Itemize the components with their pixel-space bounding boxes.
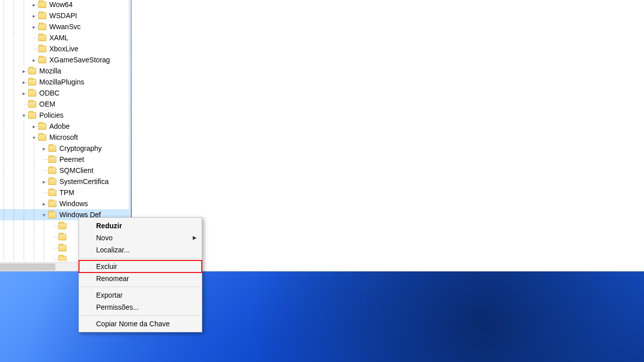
tree-item[interactable]: ▸OEM	[0, 99, 130, 110]
tree-item[interactable]: ▸TPM	[0, 187, 130, 198]
context-menu: Reduzir Novo▶ Localizar... Excluir Renom…	[78, 217, 202, 332]
tree-item-label: Adobe	[48, 122, 70, 130]
tree-item[interactable]: ▸WSDAPI	[0, 10, 130, 21]
tree-item-label: WwanSvc	[48, 23, 82, 31]
folder-icon	[58, 245, 66, 251]
tree-item-label: XGameSaveStorag	[48, 56, 111, 64]
tree-item[interactable]: ▸Mozilla	[0, 65, 130, 76]
folder-icon	[28, 112, 36, 119]
menu-label: Reduzir	[96, 222, 122, 230]
tree-item[interactable]: ▸XAML	[0, 32, 130, 43]
regedit-values-pane[interactable]	[132, 0, 644, 272]
tree-item-label: Microsoft	[48, 133, 79, 141]
tree-item[interactable]: ▸WwanSvc	[0, 21, 130, 32]
submenu-arrow-icon: ▶	[193, 232, 197, 244]
menu-label: Localizar...	[96, 246, 130, 254]
folder-icon	[48, 212, 56, 218]
tree-item[interactable]: ▸Wow64	[0, 0, 130, 10]
folder-icon	[48, 201, 56, 207]
tree-item[interactable]: ▸XboxLive	[0, 43, 130, 54]
folder-icon	[48, 178, 56, 185]
folder-icon	[28, 101, 36, 108]
folder-icon	[38, 123, 46, 130]
tree-item-label: Cryptography	[58, 144, 103, 152]
folder-icon	[28, 79, 36, 85]
folder-icon	[28, 68, 36, 74]
folder-icon	[48, 156, 56, 163]
folder-icon	[58, 256, 66, 261]
menu-item-export[interactable]: Exportar	[79, 289, 202, 301]
menu-label: Renomear	[96, 275, 129, 283]
tree-item-label: OEM	[38, 100, 56, 108]
tree-item[interactable]: ▾Policies	[0, 110, 130, 121]
tree-item-label: MozillaPlugins	[38, 78, 85, 86]
menu-item-delete[interactable]: Excluir	[79, 260, 202, 273]
menu-separator	[80, 287, 201, 287]
folder-icon	[38, 134, 46, 141]
folder-icon	[38, 35, 46, 41]
folder-icon	[48, 145, 56, 152]
menu-item-reduce[interactable]: Reduzir	[79, 220, 202, 232]
tree-item[interactable]: ▸ODBC	[0, 87, 130, 99]
menu-item-new[interactable]: Novo▶	[79, 232, 202, 244]
tree-item[interactable]: ▸XGameSaveStorag	[0, 54, 130, 65]
tree-item[interactable]: ▾Microsoft	[0, 132, 130, 143]
tree-item[interactable]: ▸Windows	[0, 198, 130, 209]
menu-separator	[80, 258, 201, 258]
tree-item[interactable]: ▸MozillaPlugins	[0, 76, 130, 87]
folder-icon	[38, 46, 46, 52]
menu-item-permissions[interactable]: Permissões...	[79, 301, 202, 313]
folder-icon	[38, 57, 46, 63]
menu-item-rename[interactable]: Renomear	[79, 273, 202, 285]
folder-icon	[38, 2, 46, 8]
scrollbar-thumb[interactable]	[0, 263, 55, 270]
menu-separator	[80, 315, 201, 316]
folder-icon	[48, 190, 56, 196]
tree-item-label: XAML	[48, 34, 69, 42]
folder-icon	[58, 234, 66, 240]
folder-icon	[58, 223, 66, 229]
tree-item[interactable]: ▸Peernet	[0, 154, 130, 165]
tree-item[interactable]: ▸SystemCertifica	[0, 176, 130, 187]
tree-item[interactable]: ▸Cryptography	[0, 143, 130, 154]
tree-item-label: Wow64	[48, 1, 73, 9]
tree-item-label: Mozilla	[38, 67, 62, 75]
menu-item-copy-key[interactable]: Copiar Nome da Chave	[79, 318, 202, 330]
tree-item-label: SQMClient	[58, 166, 95, 174]
menu-label: Copiar Nome da Chave	[96, 320, 170, 328]
tree-item-label: Policies	[38, 111, 64, 119]
tree-item-label: TPM	[58, 189, 75, 197]
tree-item-label: ODBC	[38, 89, 60, 97]
menu-label: Excluir	[96, 262, 117, 270]
tree-item[interactable]: ▸Adobe	[0, 121, 130, 132]
tree-item-label: Windows	[58, 200, 89, 208]
folder-icon	[28, 90, 36, 97]
tree-item-label: SystemCertifica	[58, 177, 110, 186]
folder-icon	[48, 167, 56, 174]
tree-item-label: Peernet	[58, 155, 85, 163]
tree-item-label: WSDAPI	[48, 12, 78, 20]
menu-label: Permissões...	[96, 303, 139, 311]
menu-item-find[interactable]: Localizar...	[79, 244, 202, 256]
folder-icon	[38, 24, 46, 30]
tree-item[interactable]: ▸SQMClient	[0, 165, 130, 176]
menu-label: Novo	[96, 234, 113, 242]
menu-label: Exportar	[96, 291, 123, 299]
tree-item-label: XboxLive	[48, 45, 79, 53]
folder-icon	[38, 13, 46, 19]
